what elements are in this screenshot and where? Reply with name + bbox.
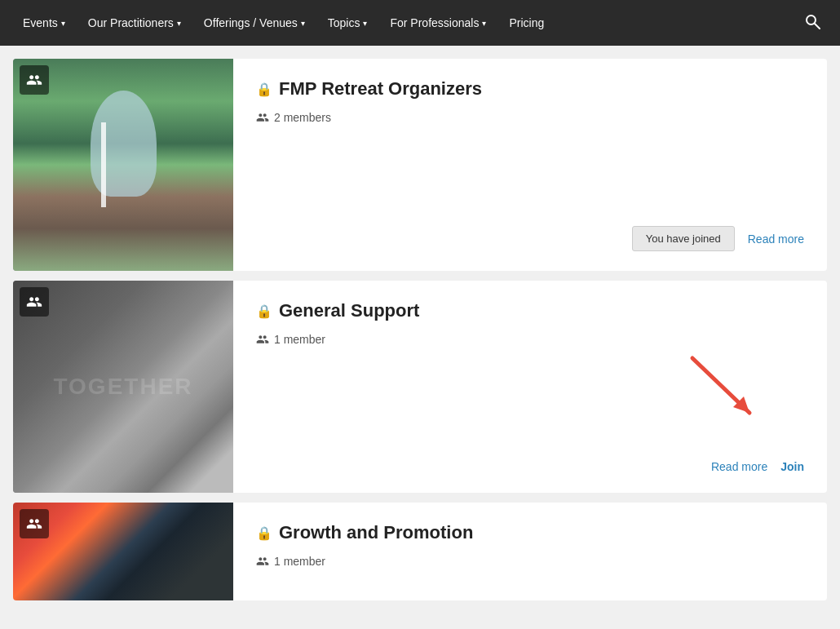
card-general-footer: Read more Join <box>256 447 804 473</box>
nav-practitioners-chevron: ▾ <box>177 19 181 28</box>
card-general-title: 🔒 General Support <box>256 300 804 321</box>
lock-icon-general: 🔒 <box>256 303 272 319</box>
nav-topics-chevron: ▾ <box>363 19 367 28</box>
nav-practitioners-label: Our Practitioners <box>88 16 174 29</box>
nav-topics[interactable]: Topics ▾ <box>318 10 378 36</box>
lock-icon-fmp: 🔒 <box>256 82 272 97</box>
nav-search-button[interactable] <box>798 7 827 40</box>
annotation-arrow <box>688 354 762 427</box>
read-more-link-general[interactable]: Read more <box>711 460 767 473</box>
joined-button-fmp[interactable]: You have joined <box>632 226 735 251</box>
card-general-support: TOGETHER 🔒 General Support 1 member <box>13 281 827 493</box>
nav-professionals-chevron: ▾ <box>482 19 486 28</box>
svg-line-2 <box>692 358 749 413</box>
read-more-link-fmp[interactable]: Read more <box>748 233 804 246</box>
together-text: TOGETHER <box>53 374 192 400</box>
card-general-body: 🔒 General Support 1 member Read more Joi… <box>233 281 827 493</box>
nav-events[interactable]: Events ▾ <box>13 10 75 36</box>
card-fmp-image <box>13 59 233 271</box>
card-fmp-footer: You have joined Read more <box>256 213 804 251</box>
group-icon-overlay-growth <box>20 509 49 538</box>
card-general-image: TOGETHER <box>13 281 233 493</box>
card-fmp-members: 2 members <box>256 111 804 124</box>
members-icon-general <box>256 333 269 346</box>
nav-offerings-label: Offerings / Venues <box>204 16 298 29</box>
nav-pricing-label: Pricing <box>509 16 544 29</box>
join-link-general[interactable]: Join <box>780 460 804 473</box>
nav-offerings[interactable]: Offerings / Venues ▾ <box>194 10 315 36</box>
card-growth-image <box>13 503 233 600</box>
nav-professionals-label: For Professionals <box>390 16 479 29</box>
card-fmp-retreat: 🔒 FMP Retreat Organizers 2 members You h… <box>13 59 827 271</box>
main-nav: Events ▾ Our Practitioners ▾ Offerings /… <box>0 0 840 46</box>
nav-events-label: Events <box>23 16 58 29</box>
nav-topics-label: Topics <box>328 16 360 29</box>
card-fmp-title: 🔒 FMP Retreat Organizers <box>256 78 804 100</box>
lock-icon-growth: 🔒 <box>256 525 272 541</box>
nav-offerings-chevron: ▾ <box>301 19 305 28</box>
card-growth-promotion: 🔒 Growth and Promotion 1 member <box>13 503 827 600</box>
nav-pricing[interactable]: Pricing <box>499 10 554 36</box>
members-icon-fmp <box>256 111 269 124</box>
card-fmp-body: 🔒 FMP Retreat Organizers 2 members You h… <box>233 59 827 271</box>
nav-practitioners[interactable]: Our Practitioners ▾ <box>78 10 191 36</box>
nav-events-chevron: ▾ <box>61 19 65 28</box>
card-general-members: 1 member <box>256 333 804 346</box>
group-icon-overlay-general <box>20 287 49 317</box>
members-icon-growth <box>256 555 269 568</box>
main-content: 🔒 FMP Retreat Organizers 2 members You h… <box>0 46 840 613</box>
svg-line-1 <box>815 24 820 29</box>
card-growth-members: 1 member <box>256 555 804 568</box>
card-growth-title: 🔒 Growth and Promotion <box>256 522 804 543</box>
group-icon-overlay-fmp <box>20 65 49 95</box>
nav-professionals[interactable]: For Professionals ▾ <box>380 10 496 36</box>
card-growth-body: 🔒 Growth and Promotion 1 member <box>233 503 827 600</box>
svg-marker-3 <box>733 396 749 413</box>
